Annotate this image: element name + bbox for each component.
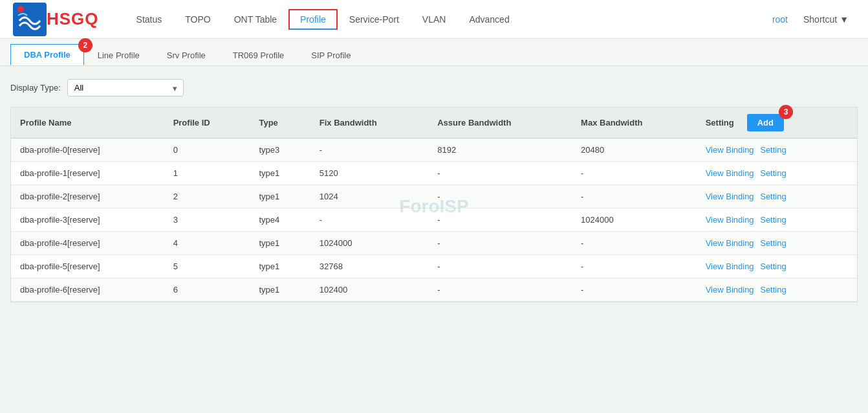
col-profile-name: Profile Name <box>11 107 164 139</box>
cell-assure-bandwidth: - <box>428 208 572 232</box>
setting-link[interactable]: Setting <box>760 262 786 271</box>
badge-2: 2 <box>78 38 92 52</box>
cell-profile-name: dba-profile-3[reserve] <box>11 208 164 232</box>
cell-fix-bandwidth: 1024000 <box>310 232 428 255</box>
setting-link[interactable]: Setting <box>760 285 786 295</box>
cell-assure-bandwidth: - <box>428 162 572 185</box>
view-binding-link[interactable]: View Binding <box>706 215 754 225</box>
cell-max-bandwidth: 20480 <box>572 139 697 162</box>
view-binding-link[interactable]: View Binding <box>706 238 754 248</box>
main-nav: Status TOPO ONT Table Profile Service-Po… <box>125 9 766 30</box>
view-binding-link[interactable]: View Binding <box>706 285 754 295</box>
cell-assure-bandwidth: - <box>428 278 572 302</box>
add-button[interactable]: Add 3 <box>747 114 784 131</box>
cell-max-bandwidth: 1024000 <box>572 208 697 232</box>
table-row: dba-profile-4[reserve] 4 type1 1024000 -… <box>11 232 857 255</box>
display-type-select-wrapper: All Type1 Type2 Type3 Type4 <box>67 79 184 96</box>
tab-srv-profile[interactable]: Srv Profile <box>153 45 219 65</box>
cell-max-bandwidth: - <box>572 232 697 255</box>
svg-point-1 <box>17 6 24 12</box>
table-row: dba-profile-2[reserve] 2 type1 1024 - - … <box>11 185 857 208</box>
header: HSGQ Status TOPO ONT Table Profile Servi… <box>0 0 868 39</box>
nav-service-port[interactable]: Service-Port <box>338 9 411 30</box>
tab-sip-profile-label: SIP Profile <box>311 50 351 60</box>
nav-status[interactable]: Status <box>125 9 174 30</box>
cell-max-bandwidth: - <box>572 162 697 185</box>
table-row: dba-profile-5[reserve] 5 type1 32768 - -… <box>11 255 857 278</box>
cell-setting: View Binding Setting <box>697 232 857 255</box>
nav-profile[interactable]: Profile <box>288 9 338 30</box>
shortcut-button[interactable]: Shortcut ▼ <box>797 9 855 30</box>
tab-line-profile-label: Line Profile <box>98 50 140 60</box>
dba-profile-table: Profile Name Profile ID Type Fix Bandwid… <box>11 107 857 302</box>
view-binding-link[interactable]: View Binding <box>706 168 754 178</box>
user-label: root <box>766 9 794 30</box>
cell-profile-id: 0 <box>164 139 250 162</box>
col-setting: Setting Add 3 <box>697 107 857 139</box>
nav-advanced[interactable]: Advanced <box>457 9 521 30</box>
nav-topo[interactable]: TOPO <box>173 9 222 30</box>
view-binding-link[interactable]: View Binding <box>706 192 754 201</box>
badge-3: 3 <box>779 105 793 119</box>
cell-profile-name: dba-profile-6[reserve] <box>11 278 164 302</box>
display-type-row: Display Type: All Type1 Type2 Type3 Type… <box>10 79 858 96</box>
cell-setting: View Binding Setting <box>697 139 857 162</box>
col-max-bandwidth: Max Bandwidth <box>572 107 697 139</box>
setting-link[interactable]: Setting <box>760 192 786 201</box>
cell-profile-name: dba-profile-0[reserve] <box>11 139 164 162</box>
tab-line-profile[interactable]: Line Profile <box>84 45 153 65</box>
table-row: dba-profile-1[reserve] 1 type1 5120 - - … <box>11 162 857 185</box>
cell-profile-id: 5 <box>164 255 250 278</box>
cell-profile-name: dba-profile-5[reserve] <box>11 255 164 278</box>
cell-fix-bandwidth: - <box>310 208 428 232</box>
nav-vlan[interactable]: VLAN <box>411 9 458 30</box>
cell-fix-bandwidth: 32768 <box>310 255 428 278</box>
nav-right: root Shortcut ▼ <box>766 9 855 30</box>
cell-profile-id: 3 <box>164 208 250 232</box>
cell-setting: View Binding Setting <box>697 208 857 232</box>
setting-link[interactable]: Setting <box>760 238 786 248</box>
cell-max-bandwidth: - <box>572 255 697 278</box>
cell-type: type1 <box>250 278 310 302</box>
tab-dba-profile-label: DBA Profile <box>24 50 71 60</box>
table-row: dba-profile-3[reserve] 3 type4 - - 10240… <box>11 208 857 232</box>
logo-text: HSGQ <box>47 9 99 29</box>
cell-profile-name: dba-profile-2[reserve] <box>11 185 164 208</box>
cell-assure-bandwidth: - <box>428 232 572 255</box>
cell-type: type4 <box>250 208 310 232</box>
tab-sip-profile[interactable]: SIP Profile <box>298 45 364 65</box>
setting-link[interactable]: Setting <box>760 168 786 178</box>
display-type-label: Display Type: <box>10 83 61 93</box>
display-type-select[interactable]: All Type1 Type2 Type3 Type4 <box>67 79 184 96</box>
nav-ont-table[interactable]: ONT Table <box>222 9 288 30</box>
cell-type: type1 <box>250 232 310 255</box>
cell-profile-name: dba-profile-1[reserve] <box>11 162 164 185</box>
tab-dba-profile[interactable]: DBA Profile 2 <box>10 44 84 65</box>
setting-link[interactable]: Setting <box>760 145 786 155</box>
table-wrapper: Profile Name Profile ID Type Fix Bandwid… <box>10 107 858 302</box>
cell-assure-bandwidth: 8192 <box>428 139 572 162</box>
setting-link[interactable]: Setting <box>760 215 786 225</box>
tab-tr069-profile-label: TR069 Profile <box>233 50 284 60</box>
cell-type: type1 <box>250 185 310 208</box>
col-profile-id: Profile ID <box>164 107 250 139</box>
view-binding-link[interactable]: View Binding <box>706 145 754 155</box>
col-fix-bandwidth: Fix Bandwidth <box>310 107 428 139</box>
shortcut-label: Shortcut <box>803 14 837 25</box>
cell-profile-name: dba-profile-4[reserve] <box>11 232 164 255</box>
tab-srv-profile-label: Srv Profile <box>167 50 206 60</box>
content: Display Type: All Type1 Type2 Type3 Type… <box>0 66 868 315</box>
cell-setting: View Binding Setting <box>697 162 857 185</box>
cell-fix-bandwidth: 102400 <box>310 278 428 302</box>
tab-tr069-profile[interactable]: TR069 Profile <box>219 45 298 65</box>
cell-max-bandwidth: - <box>572 185 697 208</box>
cell-profile-id: 2 <box>164 185 250 208</box>
cell-fix-bandwidth: - <box>310 139 428 162</box>
table-row: dba-profile-6[reserve] 6 type1 102400 - … <box>11 278 857 302</box>
tabs-bar: DBA Profile 2 Line Profile Srv Profile T… <box>0 39 868 66</box>
view-binding-link[interactable]: View Binding <box>706 262 754 271</box>
table-row: dba-profile-0[reserve] 0 type3 - 8192 20… <box>11 139 857 162</box>
cell-profile-id: 4 <box>164 232 250 255</box>
cell-profile-id: 6 <box>164 278 250 302</box>
table-header-row: Profile Name Profile ID Type Fix Bandwid… <box>11 107 857 139</box>
